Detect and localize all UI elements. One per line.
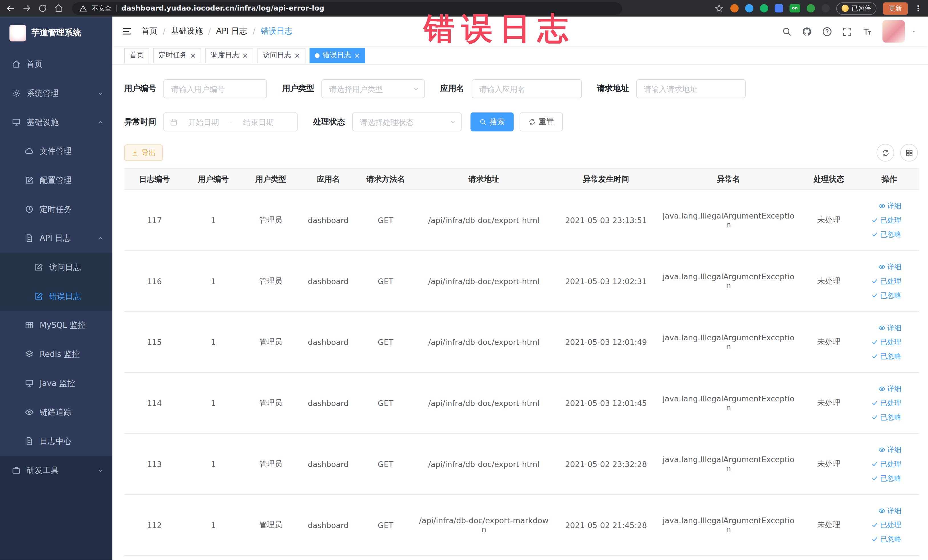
ignored-link[interactable]: 已忽略 <box>871 229 902 240</box>
processed-link[interactable]: 已处理 <box>871 276 902 286</box>
end-date-input[interactable] <box>236 117 281 127</box>
ignored-label: 已忽略 <box>880 534 902 544</box>
browser-back-icon[interactable] <box>6 3 15 13</box>
extension-icon-5[interactable] <box>807 4 815 12</box>
github-icon[interactable] <box>802 26 812 36</box>
eye-icon <box>878 324 885 331</box>
browser-home-icon[interactable] <box>54 3 63 13</box>
user-id-input[interactable] <box>163 79 267 98</box>
cell-exception-time: 2021-05-02 21:45:28 <box>553 520 659 529</box>
tab-error-log[interactable]: 错误日志 × <box>310 48 365 63</box>
font-size-icon[interactable] <box>862 26 872 36</box>
tab-scheduled-tasks[interactable]: 定时任务 × <box>153 48 201 63</box>
extension-icon-2[interactable] <box>745 4 753 12</box>
help-icon[interactable] <box>822 26 832 36</box>
detail-link[interactable]: 详细 <box>878 506 902 516</box>
sidebar-item-mysql-monitor[interactable]: MySQL 监控 <box>0 311 112 340</box>
ignored-label: 已忽略 <box>880 473 902 483</box>
request-url-input[interactable] <box>636 79 745 98</box>
bookmark-star-icon[interactable] <box>714 3 724 13</box>
start-date-input[interactable] <box>181 117 226 127</box>
browser-forward-icon[interactable] <box>22 3 31 13</box>
hamburger-icon[interactable] <box>121 26 132 37</box>
breadcrumb-api-log[interactable]: API 日志 <box>216 26 247 37</box>
sidebar-item-infra[interactable]: 基础设施 <box>0 108 112 137</box>
processed-link[interactable]: 已处理 <box>871 459 902 469</box>
processed-link[interactable]: 已处理 <box>871 398 902 408</box>
detail-link[interactable]: 详细 <box>878 384 902 394</box>
refresh-button[interactable] <box>876 144 894 162</box>
search-button[interactable]: 搜索 <box>470 112 513 131</box>
cell-app-name: dashboard <box>299 338 357 346</box>
extension-on-label: on <box>792 6 798 11</box>
table-grid-icon <box>25 320 34 330</box>
detail-link[interactable]: 详细 <box>878 201 902 211</box>
processed-link[interactable]: 已处理 <box>871 337 902 347</box>
ignored-link[interactable]: 已忽略 <box>871 473 902 483</box>
user-type-select[interactable] <box>322 79 425 98</box>
sidebar-item-java-monitor[interactable]: Java 监控 <box>0 369 112 398</box>
ignored-link[interactable]: 已忽略 <box>871 351 902 361</box>
sidebar-item-file-manage[interactable]: 文件管理 <box>0 137 112 166</box>
browser-right-cluster: on 已暂停 更新 ⋮ <box>714 2 922 15</box>
ignored-link[interactable]: 已忽略 <box>871 290 902 301</box>
cloud-icon <box>25 147 34 156</box>
sidebar-item-trace[interactable]: 链路追踪 <box>0 398 112 427</box>
sidebar-item-error-log[interactable]: 错误日志 <box>0 282 112 311</box>
processed-link[interactable]: 已处理 <box>871 520 902 530</box>
process-status-select[interactable] <box>352 112 462 131</box>
extension-icon-3[interactable] <box>760 4 768 12</box>
fullscreen-icon[interactable] <box>842 26 852 36</box>
sidebar-item-dev-tools[interactable]: 研发工具 <box>0 456 112 485</box>
close-icon[interactable]: × <box>242 52 248 59</box>
breadcrumb-infra[interactable]: 基础设施 <box>171 26 203 37</box>
ignored-label: 已忽略 <box>880 290 902 301</box>
breadcrumb-home[interactable]: 首页 <box>142 26 157 37</box>
close-icon[interactable]: × <box>190 52 196 59</box>
tab-access-log[interactable]: 访问日志 × <box>258 48 305 63</box>
ignored-link[interactable]: 已忽略 <box>871 412 902 422</box>
sidebar-item-scheduled-tasks[interactable]: 定时任务 <box>0 195 112 224</box>
sidebar-item-system[interactable]: 系统管理 <box>0 79 112 108</box>
caret-down-icon[interactable] <box>910 28 917 35</box>
browser-menu-icon[interactable]: ⋮ <box>914 4 922 12</box>
paused-badge[interactable]: 已暂停 <box>836 2 876 15</box>
close-icon[interactable]: × <box>354 52 360 59</box>
app-name-input[interactable] <box>471 79 582 98</box>
cell-user-type: 管理员 <box>242 337 299 347</box>
close-icon[interactable]: × <box>294 52 300 59</box>
sidebar-item-api-log[interactable]: API 日志 <box>0 224 112 253</box>
sidebar-item-config-manage[interactable]: 配置管理 <box>0 166 112 195</box>
header-exception-time: 异常发生时间 <box>553 174 659 184</box>
app-root: 不安全 dashboard.yudao.iocoder.cn/infra/log… <box>0 0 928 560</box>
tab-home[interactable]: 首页 <box>124 48 149 63</box>
extension-icon-1[interactable] <box>730 4 739 12</box>
detail-link[interactable]: 详细 <box>878 445 902 455</box>
avatar[interactable] <box>882 20 905 43</box>
extension-icon-4[interactable] <box>775 4 783 12</box>
extension-icon-6[interactable] <box>821 4 830 12</box>
sidebar-item-home[interactable]: 首页 <box>0 50 112 79</box>
reset-button[interactable]: 重置 <box>519 112 563 131</box>
edit-icon <box>34 292 43 301</box>
extension-icon-on[interactable]: on <box>790 4 800 12</box>
export-button[interactable]: 导出 <box>124 144 163 161</box>
column-settings-button[interactable] <box>900 144 918 162</box>
browser-reload-icon[interactable] <box>38 3 47 13</box>
cell-exception-name: java.lang.IllegalArgumentException <box>659 272 798 290</box>
chevron-up-icon <box>97 235 104 242</box>
browser-update-button[interactable]: 更新 <box>883 2 908 15</box>
processed-link[interactable]: 已处理 <box>871 215 902 225</box>
cell-method: GET <box>357 338 414 346</box>
detail-label: 详细 <box>887 201 902 211</box>
detail-link[interactable]: 详细 <box>878 323 902 333</box>
date-range-picker[interactable]: - <box>163 112 298 131</box>
tab-dispatch-log[interactable]: 调度日志 × <box>205 48 253 63</box>
sidebar-item-access-log[interactable]: 访问日志 <box>0 253 112 282</box>
sidebar-item-redis-monitor[interactable]: Redis 监控 <box>0 340 112 369</box>
calendar-icon <box>170 118 177 126</box>
search-icon[interactable] <box>782 26 792 36</box>
sidebar-item-log-center[interactable]: 日志中心 <box>0 427 112 456</box>
detail-link[interactable]: 详细 <box>878 262 902 272</box>
ignored-link[interactable]: 已忽略 <box>871 534 902 544</box>
